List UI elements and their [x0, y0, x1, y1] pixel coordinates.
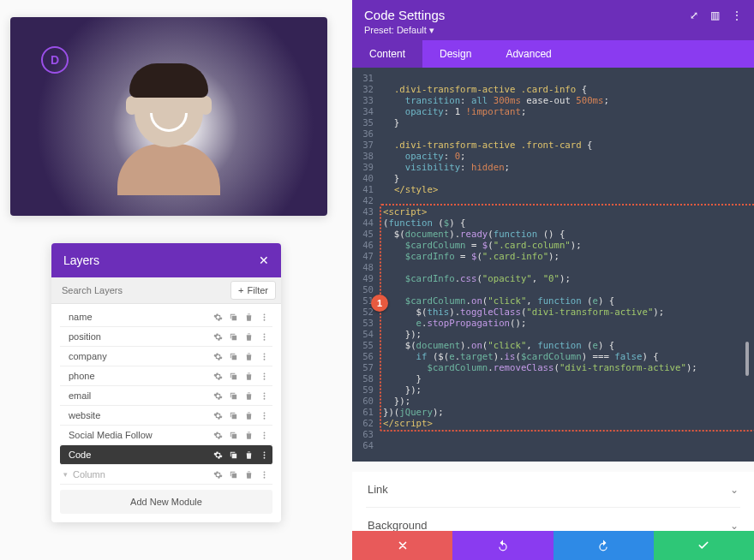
more-icon[interactable]	[260, 391, 269, 401]
more-icon[interactable]	[260, 431, 269, 440]
gear-icon[interactable]	[213, 470, 223, 480]
trash-icon[interactable]	[244, 431, 254, 440]
duplicate-icon[interactable]	[229, 313, 238, 322]
filter-button[interactable]: + Filter	[230, 281, 276, 300]
accordion-link[interactable]: Link ⌄	[366, 472, 740, 508]
trash-icon[interactable]	[244, 372, 254, 381]
more-icon[interactable]	[260, 332, 269, 342]
code-content[interactable]: $(document).on("click", function (e) {	[383, 340, 744, 351]
duplicate-icon[interactable]	[229, 431, 238, 440]
code-content[interactable]: e.stopPropagation();	[383, 318, 744, 329]
more-icon[interactable]	[260, 470, 269, 480]
layer-row[interactable]: Social Media Follow	[60, 426, 272, 445]
duplicate-icon[interactable]	[229, 391, 238, 401]
code-content[interactable]	[383, 128, 744, 140]
code-content[interactable]: });	[383, 396, 744, 407]
code-content[interactable]: }	[383, 173, 744, 184]
code-content[interactable]: })(jQuery);	[383, 407, 744, 418]
code-content[interactable]: $cardInfo = $(".card-info");	[383, 251, 744, 262]
trash-icon[interactable]	[244, 470, 254, 480]
code-content[interactable]: </script>	[383, 418, 744, 429]
more-icon[interactable]	[260, 411, 269, 420]
duplicate-icon[interactable]	[229, 411, 238, 420]
layer-row[interactable]: position	[60, 327, 272, 347]
more-icon[interactable]	[260, 313, 269, 322]
code-content[interactable]: visibility: hidden;	[383, 162, 744, 173]
more-vertical-icon[interactable]: ⋮	[732, 9, 742, 21]
duplicate-icon[interactable]	[229, 332, 238, 342]
code-content[interactable]	[383, 73, 744, 84]
code-content[interactable]	[383, 429, 744, 440]
duplicate-icon[interactable]	[229, 450, 238, 460]
more-icon[interactable]	[260, 372, 269, 381]
tab-advanced[interactable]: Advanced	[488, 40, 568, 68]
code-content[interactable]	[383, 440, 744, 451]
trash-icon[interactable]	[244, 391, 254, 401]
code-content[interactable]: .divi-transform-active .card-info {	[383, 84, 744, 95]
code-editor[interactable]: 31 32 .divi-transform-active .card-info …	[362, 73, 744, 451]
trash-icon[interactable]	[244, 332, 254, 342]
close-icon[interactable]: ✕	[259, 253, 269, 267]
layer-row[interactable]: company	[60, 347, 272, 366]
code-content[interactable]: $(document).ready(function () {	[383, 229, 744, 240]
plus-icon: +	[238, 285, 243, 295]
search-layers-input[interactable]	[51, 278, 225, 302]
expand-icon[interactable]: ⤢	[690, 9, 698, 21]
duplicate-icon[interactable]	[229, 372, 238, 381]
code-content[interactable]: $cardColumn.removeClass("divi-transform-…	[383, 362, 744, 373]
code-content[interactable]: }	[383, 373, 744, 384]
code-content[interactable]: if ($(e.target).is($cardColumn) === fals…	[383, 351, 744, 362]
undo-button[interactable]	[452, 531, 553, 560]
more-icon[interactable]	[260, 450, 269, 460]
trash-icon[interactable]	[244, 450, 254, 460]
trash-icon[interactable]	[244, 411, 254, 420]
gear-icon[interactable]	[213, 332, 223, 342]
code-content[interactable]: }	[383, 117, 744, 128]
code-content[interactable]: </style>	[383, 184, 744, 195]
code-content[interactable]: });	[383, 384, 744, 396]
code-line: 42	[362, 195, 744, 206]
gear-icon[interactable]	[213, 372, 223, 381]
layer-row[interactable]: name	[60, 307, 272, 327]
layer-row[interactable]: email	[60, 386, 272, 406]
code-content[interactable]: (function ($) {	[383, 217, 744, 229]
layer-row[interactable]: Code	[60, 445, 272, 465]
trash-icon[interactable]	[244, 313, 254, 322]
code-content[interactable]: transition: all 300ms ease-out 500ms;	[383, 95, 744, 106]
gear-icon[interactable]	[213, 313, 223, 322]
gear-icon[interactable]	[213, 450, 223, 460]
code-content[interactable]	[383, 195, 744, 206]
code-content[interactable]	[383, 284, 744, 295]
gear-icon[interactable]	[213, 431, 223, 440]
redo-button[interactable]	[554, 531, 654, 560]
trash-icon[interactable]	[244, 352, 254, 361]
preset-selector[interactable]: Preset: Default ▾	[364, 25, 742, 36]
code-content[interactable]	[383, 262, 744, 273]
save-button[interactable]	[654, 531, 754, 560]
code-content[interactable]: $(this).toggleClass("divi-transform-acti…	[383, 307, 744, 318]
code-content[interactable]: opacity: 1 !important;	[383, 106, 744, 117]
duplicate-icon[interactable]	[229, 352, 238, 361]
gear-icon[interactable]	[213, 411, 223, 420]
code-content[interactable]: .divi-transform-active .front-card {	[383, 140, 744, 151]
more-icon[interactable]	[260, 352, 269, 361]
code-content[interactable]: $cardColumn.on("click", function (e) {	[383, 295, 744, 307]
code-content[interactable]: opacity: 0;	[383, 151, 744, 162]
code-content[interactable]: <script>	[383, 206, 744, 217]
code-content[interactable]: $cardInfo.css("opacity", "0");	[383, 273, 744, 284]
columns-icon[interactable]: ▥	[710, 9, 720, 21]
layer-row[interactable]: phone	[60, 366, 272, 386]
layer-row-column[interactable]: ▾ Column	[60, 465, 272, 485]
tab-content[interactable]: Content	[352, 40, 422, 68]
tab-design[interactable]: Design	[422, 40, 488, 68]
gear-icon[interactable]	[213, 391, 223, 401]
duplicate-icon[interactable]	[229, 470, 238, 480]
cancel-button[interactable]	[352, 531, 452, 560]
add-new-module-button[interactable]: Add New Module	[60, 490, 272, 514]
code-content[interactable]: $cardColumn = $(".card-column");	[383, 240, 744, 251]
code-content[interactable]: });	[383, 329, 744, 340]
gear-icon[interactable]	[213, 352, 223, 361]
scrollbar-thumb[interactable]	[745, 342, 749, 376]
layer-row[interactable]: website	[60, 406, 272, 426]
collapse-triangle-icon[interactable]: ▾	[63, 470, 68, 479]
